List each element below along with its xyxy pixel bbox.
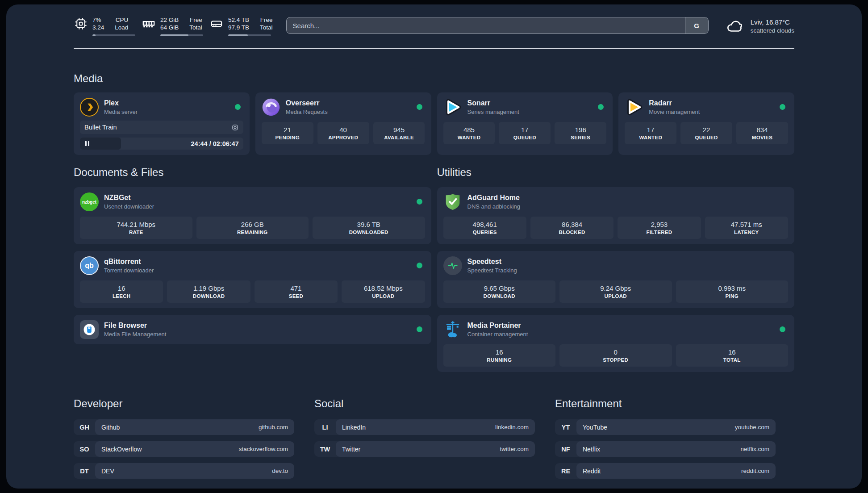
memory-progress-bar: [160, 34, 203, 36]
filebrowser-card[interactable]: File Browser Media File Management: [74, 315, 431, 344]
nzbget-card[interactable]: nzbget NZBGet Usenet downloader 744.21 M…: [74, 187, 431, 244]
link-url: linkedin.com: [495, 424, 529, 430]
link-url: netflix.com: [740, 446, 769, 452]
stat-queued: 17QUEUED: [499, 122, 551, 144]
link-name: Netflix: [583, 446, 600, 453]
social-section: Social LI LinkedInlinkedin.com TW Twitte…: [314, 397, 535, 479]
stat-latency: 47.571 msLATENCY: [705, 217, 788, 239]
stat-stopped: 0STOPPED: [559, 344, 672, 367]
qbittorrent-card[interactable]: qb qBittorrent Torrent downloader 16LEEC…: [74, 251, 431, 308]
app-name: NZBGet: [104, 193, 154, 202]
link-tag: NF: [555, 441, 576, 457]
disk-icon: [209, 17, 224, 31]
weather-condition: scattered clouds: [751, 27, 794, 35]
section-title-documents: Documents & Files: [74, 166, 431, 179]
app-desc: Torrent downloader: [104, 267, 154, 274]
utilities-column: Utilities AdGuard Home D: [437, 166, 795, 372]
link-url: stackoverflow.com: [239, 446, 288, 452]
app-desc: Media File Management: [104, 330, 166, 338]
sonarr-card[interactable]: Sonarr Series management 485WANTED 17QUE…: [437, 92, 613, 155]
link-url: reddit.com: [741, 468, 769, 474]
app-name: Overseerr: [286, 99, 328, 108]
stat-queries: 498,461QUERIES: [443, 217, 526, 239]
link-linkedin[interactable]: LI LinkedInlinkedin.com: [314, 419, 535, 435]
app-name: Sonarr: [467, 99, 519, 108]
link-tag: TW: [314, 441, 336, 457]
now-playing-title: Bullet Train: [84, 124, 117, 131]
cpu-percent: 7%: [92, 16, 104, 24]
stat-queued: 22QUEUED: [680, 122, 732, 144]
system-stats: 7% 3.24 CPU Load: [74, 16, 273, 36]
overseerr-icon: [262, 98, 280, 117]
search-bar[interactable]: G: [286, 17, 709, 34]
nzbget-icon: nzbget: [80, 192, 99, 211]
link-youtube[interactable]: YT YouTubeyoutube.com: [555, 419, 776, 435]
stat-wanted: 17WANTED: [625, 122, 676, 144]
stat-filtered: 2,953FILTERED: [618, 217, 701, 239]
header-divider: [74, 48, 794, 49]
status-dot: [780, 104, 785, 110]
sonarr-icon: [443, 98, 462, 117]
cpu-icon: [74, 17, 88, 31]
stat-series: 196SERIES: [555, 122, 606, 144]
stat-upload: 9.24 GbpsUPLOAD: [559, 280, 672, 303]
link-twitter[interactable]: TW Twittertwitter.com: [314, 441, 535, 457]
section-title-media: Media: [74, 72, 794, 85]
search-input[interactable]: [287, 17, 685, 33]
stat-total: 16TOTAL: [676, 344, 789, 367]
stat-seed: 471SEED: [255, 280, 338, 303]
documents-column: Documents & Files nzbget NZBGet Usenet d…: [74, 166, 431, 372]
section-title-entertainment: Entertainment: [555, 397, 776, 410]
disk-widget: 52.4 TB 97.9 TB Free Total: [209, 16, 273, 36]
link-reddit[interactable]: RE Redditreddit.com: [555, 463, 776, 479]
app-name: Plex: [104, 99, 138, 108]
disk-total-label: Total: [260, 24, 273, 31]
plex-icon: [80, 98, 99, 117]
adguard-card[interactable]: AdGuard Home DNS and adblocking 498,461Q…: [437, 187, 795, 244]
radarr-card[interactable]: Radarr Movie management 17WANTED 22QUEUE…: [618, 92, 794, 155]
stat-blocked: 86,384BLOCKED: [530, 217, 613, 239]
stat-downloaded: 39.6 TBDOWNLOADED: [313, 217, 425, 239]
radarr-icon: [625, 98, 643, 117]
stat-running: 16RUNNING: [443, 344, 556, 367]
media-session-icon[interactable]: [231, 124, 239, 131]
link-dev[interactable]: DT DEVdev.to: [74, 463, 294, 479]
memory-icon: [142, 17, 156, 31]
app-desc: Container management: [467, 330, 528, 338]
google-search-button[interactable]: G: [685, 17, 708, 33]
link-name: DEV: [101, 468, 114, 475]
now-playing-row: Bullet Train: [80, 121, 243, 134]
weather-location: Lviv, 16.87°C: [751, 18, 794, 27]
stat-ping: 0.993 msPING: [676, 280, 789, 303]
playback-progress-row: 24:44 / 02:06:47: [80, 138, 243, 150]
status-dot: [417, 104, 422, 110]
link-url: github.com: [259, 424, 288, 430]
app-desc: Media Requests: [286, 108, 328, 116]
cpu-load-value: 3.24: [92, 24, 104, 31]
portainer-card[interactable]: Media Portainer Container management 16R…: [437, 315, 795, 372]
stat-pending: 21PENDING: [262, 122, 313, 144]
pause-icon[interactable]: [80, 138, 121, 150]
app-name: File Browser: [104, 321, 166, 330]
memory-free-value: 22 GiB: [160, 16, 179, 24]
link-stackoverflow[interactable]: SO StackOverflowstackoverflow.com: [74, 441, 294, 457]
speedtest-icon: [443, 256, 462, 275]
app-desc: DNS and adblocking: [467, 203, 521, 210]
link-url: twitter.com: [500, 446, 529, 452]
link-tag: GH: [74, 419, 95, 435]
overseerr-card[interactable]: Overseerr Media Requests 21PENDING 40APP…: [255, 92, 431, 155]
link-tag: SO: [74, 441, 95, 457]
stat-download: 9.65 GbpsDOWNLOAD: [443, 280, 556, 303]
qbittorrent-icon: qb: [80, 256, 99, 275]
link-url: dev.to: [272, 468, 288, 474]
weather-widget: Lviv, 16.87°C scattered clouds: [726, 17, 794, 36]
plex-card[interactable]: Plex Media server Bullet Train 24:44 / 0…: [74, 92, 250, 155]
link-github[interactable]: GH Githubgithub.com: [74, 419, 294, 435]
app-desc: Speedtest Tracking: [467, 267, 517, 274]
memory-total-value: 64 GiB: [160, 24, 179, 31]
speedtest-card[interactable]: Speedtest Speedtest Tracking 9.65 GbpsDO…: [437, 251, 795, 308]
link-netflix[interactable]: NF Netflixnetflix.com: [555, 441, 776, 457]
link-name: Twitter: [342, 446, 360, 453]
memory-free-label: Free: [189, 16, 202, 24]
link-tag: LI: [314, 419, 336, 435]
